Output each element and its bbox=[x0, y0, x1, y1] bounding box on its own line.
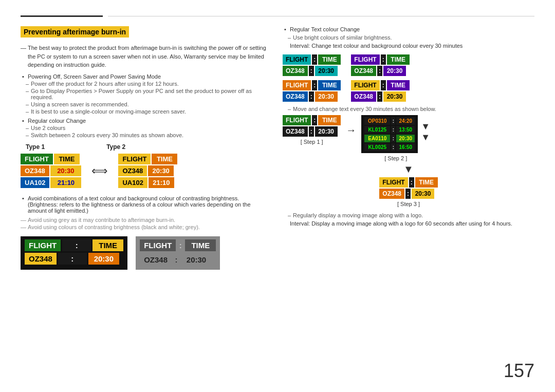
scroll-r1: OP0310 : 24:20 bbox=[364, 117, 415, 125]
scroll-r2: KL0125 : 13:50 bbox=[364, 126, 415, 134]
page-number: 157 bbox=[504, 360, 534, 382]
type2-oz348: OZ348 bbox=[118, 165, 147, 176]
double-down-arrow-icon: ▼ ▼ bbox=[421, 121, 430, 143]
type1-ua102: UA102 bbox=[21, 177, 49, 188]
scroll-t2: 13:50 bbox=[396, 126, 415, 134]
sb4-c1: : bbox=[381, 80, 386, 90]
sb3-c1: : bbox=[312, 80, 317, 90]
sb2-time: TIME bbox=[387, 54, 410, 65]
step3-r1: FLIGHT : TIME bbox=[379, 177, 437, 188]
scroll-c4: : bbox=[391, 143, 395, 151]
type2-row2: OZ348 20:30 bbox=[118, 165, 177, 176]
type-labels: Type 1 Type 2 bbox=[26, 143, 267, 151]
sb2: FLIGHT : TIME OZ348 : 20:30 bbox=[351, 54, 409, 76]
step3-time: TIME bbox=[415, 177, 438, 188]
sub-display-props: Go to Display Properties > Power Supply … bbox=[21, 88, 267, 100]
step1-c2: : bbox=[309, 126, 314, 137]
gray-flight: FLIGHT bbox=[140, 239, 176, 251]
type1-row2: OZ348 20:30 bbox=[21, 165, 81, 176]
step2-col: OP0310 : 24:20 KL0125 : 13:50 EA0110 bbox=[361, 115, 430, 161]
sb2-2030: 20:30 bbox=[383, 66, 406, 76]
type2-flight: FLIGHT bbox=[118, 154, 151, 164]
sb1-c1: : bbox=[312, 54, 317, 65]
sb1: FLIGHT : TIME OZ348 : 20:30 bbox=[283, 54, 341, 76]
sb3: FLIGHT : TIME OZ348 : 20:30 bbox=[283, 80, 341, 102]
step1-time: TIME bbox=[318, 115, 341, 125]
double-arrow-icon: ⟺ bbox=[91, 164, 108, 178]
scroll-t3: 20:30 bbox=[396, 135, 415, 142]
sb4-time: TIME bbox=[387, 80, 410, 90]
scroll-board: OP0310 : 24:20 KL0125 : 13:50 EA0110 bbox=[361, 115, 418, 153]
step1-r1: FLIGHT : TIME bbox=[283, 115, 341, 125]
gray-colon1: : bbox=[177, 239, 184, 251]
sub-screen-saver: Using a screen saver is recommended. bbox=[21, 101, 267, 107]
bottom-boards: FLIGHT : TIME OZ348 : 20:30 FLIGHT : bbox=[21, 236, 267, 270]
step2-label: [ Step 2 ] bbox=[384, 155, 407, 161]
sb1-time: TIME bbox=[318, 54, 341, 65]
gray-2030: 20:30 bbox=[181, 254, 212, 266]
step-arrow-down-icon: ▼ bbox=[403, 163, 414, 175]
sb4-c2: : bbox=[377, 91, 382, 102]
type2-label: Type 2 bbox=[106, 143, 125, 151]
step3-board: FLIGHT : TIME OZ348 : 20:30 bbox=[379, 177, 437, 199]
type2-2030: 20:30 bbox=[148, 165, 174, 176]
sub-single-colour: It is best to use a single-colour or mov… bbox=[21, 108, 267, 115]
sb3-2030: 20:30 bbox=[315, 91, 338, 102]
sb3-oz348: OZ348 bbox=[283, 91, 308, 102]
sub-power-off: Power off the product for 2 hours after … bbox=[21, 81, 267, 87]
type2-ua102: UA102 bbox=[118, 177, 147, 188]
sb2-r1: FLIGHT : TIME bbox=[351, 54, 409, 65]
type1-oz348: OZ348 bbox=[21, 165, 49, 176]
step1-2030: 20:30 bbox=[315, 126, 338, 137]
rule-light bbox=[108, 16, 534, 16]
top-rules bbox=[21, 15, 534, 17]
type2-row3: UA102 21:10 bbox=[118, 177, 177, 188]
page: Preventing afterimage burn-in The best w… bbox=[0, 0, 555, 392]
sb3-r1: FLIGHT : TIME bbox=[283, 80, 341, 90]
scroll-r4: KL0025 : 16:50 bbox=[364, 143, 415, 151]
sb2-c1: : bbox=[381, 54, 386, 65]
move-text: Move and change text every 30 minutes as… bbox=[283, 106, 534, 112]
scroll-ea0110: EA0110 bbox=[364, 135, 390, 142]
step1-oz348: OZ348 bbox=[283, 126, 308, 137]
type2-row1: FLIGHT TIME bbox=[118, 154, 177, 164]
steps-area: FLIGHT : TIME OZ348 : 20:30 [ Step 1 ] → bbox=[283, 115, 534, 161]
scroll-t4: 16:50 bbox=[396, 143, 415, 151]
gray-colon2: : bbox=[173, 254, 180, 266]
type1-row1: FLIGHT TIME bbox=[21, 154, 81, 164]
right-boards-row1: FLIGHT : TIME OZ348 : 20:30 FLIGHT : bbox=[283, 54, 534, 76]
black-time: TIME bbox=[92, 239, 123, 251]
right-sub1: Use bright colours of similar brightness… bbox=[283, 34, 534, 41]
sb1-oz348: OZ348 bbox=[283, 66, 308, 76]
type1-label: Type 1 bbox=[26, 143, 45, 151]
regularly-sub: Interval: Display a moving image along w… bbox=[283, 219, 534, 228]
scroll-kl0125: KL0125 bbox=[364, 126, 390, 134]
sb2-oz348: OZ348 bbox=[351, 66, 376, 76]
black-colon2: : bbox=[58, 253, 87, 265]
avoid-grey: Avoid using grey as it may contribute to… bbox=[21, 217, 267, 223]
sb3-time: TIME bbox=[318, 80, 341, 90]
sb1-r2: OZ348 : 20:30 bbox=[283, 66, 341, 76]
type1-flight: FLIGHT bbox=[21, 154, 53, 164]
main-layout: Preventing afterimage burn-in The best w… bbox=[21, 26, 534, 270]
step-arrow-right-icon: → bbox=[346, 124, 356, 136]
type1-2030: 20:30 bbox=[50, 165, 81, 176]
type2-2110: 21:10 bbox=[149, 177, 174, 188]
sb3-r2: OZ348 : 20:30 bbox=[283, 91, 341, 102]
scroll-kl0025: KL0025 bbox=[364, 143, 390, 151]
sub-switch-30min: Switch between 2 colours every 30 minute… bbox=[21, 132, 267, 138]
rule-dark bbox=[21, 15, 103, 17]
right-interval-text: Interval: Change text colour and backgro… bbox=[283, 42, 534, 50]
sb4-oz348: OZ348 bbox=[351, 91, 376, 102]
section-title: Preventing afterimage burn-in bbox=[21, 26, 129, 38]
black-board: FLIGHT : TIME OZ348 : 20:30 bbox=[21, 236, 127, 270]
right-column: Regular Text colour Change Use bright co… bbox=[283, 26, 534, 270]
type1-2110: 21:10 bbox=[50, 177, 81, 188]
gray-row2: OZ348 : 20:30 bbox=[140, 254, 216, 266]
type1-time: TIME bbox=[54, 154, 80, 164]
scroll-c2: : bbox=[391, 126, 395, 134]
black-row2: OZ348 : 20:30 bbox=[25, 253, 123, 265]
gray-board: FLIGHT : TIME OZ348 : 20:30 bbox=[136, 236, 220, 270]
sb1-c2: : bbox=[309, 66, 314, 76]
step3-flight: FLIGHT bbox=[379, 177, 408, 188]
